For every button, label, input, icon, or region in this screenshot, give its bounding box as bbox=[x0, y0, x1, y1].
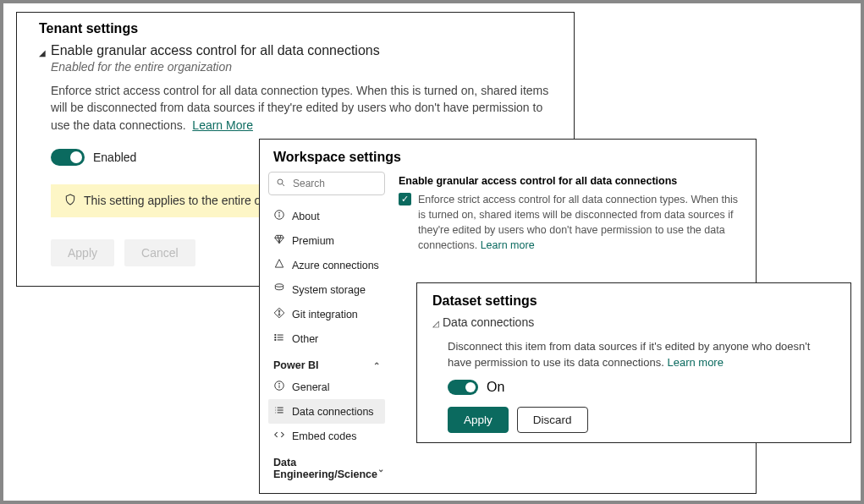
dataset-description: Disconnect this item from data sources i… bbox=[448, 339, 835, 371]
nav-embed-codes[interactable]: Embed codes bbox=[268, 424, 385, 448]
nav-system-storage[interactable]: System storage bbox=[268, 277, 385, 302]
expand-icon[interactable]: ◢ bbox=[39, 45, 46, 62]
nav-label: Embed codes bbox=[292, 430, 356, 442]
workspace-description: Enforce strict access control for all da… bbox=[418, 192, 744, 254]
search-input[interactable] bbox=[291, 177, 377, 190]
nav-label: Other bbox=[292, 333, 318, 345]
search-input-wrapper[interactable] bbox=[268, 172, 385, 195]
nav-about[interactable]: About bbox=[268, 204, 385, 228]
nav-label: Premium bbox=[292, 235, 334, 247]
nav-premium[interactable]: Premium bbox=[268, 228, 385, 253]
nav-group-label: Power BI bbox=[273, 359, 319, 371]
search-icon bbox=[276, 176, 286, 191]
nav-label: Data connections bbox=[292, 406, 374, 418]
dataset-on-toggle[interactable] bbox=[448, 380, 478, 395]
nav-general[interactable]: General bbox=[268, 375, 385, 399]
dataset-toggle-label: On bbox=[487, 380, 504, 395]
nav-label: Azure connections bbox=[292, 260, 379, 271]
svg-point-6 bbox=[278, 310, 280, 312]
workspace-setting-title: Enable granular access control for all d… bbox=[399, 175, 744, 187]
cancel-button[interactable]: Cancel bbox=[124, 239, 195, 266]
dataset-section-title: Data connections bbox=[443, 315, 534, 329]
svg-point-17 bbox=[279, 383, 280, 384]
nav-other[interactable]: Other bbox=[268, 326, 385, 351]
tenant-banner-text: This setting applies to the entire org bbox=[84, 194, 272, 207]
svg-point-5 bbox=[275, 284, 283, 288]
nav-group-data-eng[interactable]: Data Engineering/Science ⌄ bbox=[268, 448, 385, 484]
shield-icon bbox=[63, 193, 77, 209]
workspace-heading: Workspace settings bbox=[273, 150, 742, 165]
nav-label: Git integration bbox=[292, 309, 358, 320]
svg-line-1 bbox=[283, 184, 285, 187]
nav-git-integration[interactable]: Git integration bbox=[268, 302, 385, 326]
dataset-learn-more-link[interactable]: Learn more bbox=[667, 356, 723, 369]
nav-group-label: Data Engineering/Science bbox=[273, 457, 377, 480]
dataset-heading: Dataset settings bbox=[432, 293, 835, 309]
info-icon bbox=[273, 209, 285, 223]
info-icon bbox=[273, 380, 285, 394]
svg-point-7 bbox=[278, 314, 280, 315]
tenant-enabled-toggle[interactable] bbox=[51, 149, 85, 166]
azure-icon bbox=[273, 258, 285, 272]
expand-icon[interactable]: ◿ bbox=[432, 315, 439, 332]
workspace-sidebar: About Premium Azure connections System s… bbox=[260, 172, 393, 493]
code-icon bbox=[273, 429, 285, 443]
apply-button[interactable]: Apply bbox=[51, 239, 114, 266]
nav-azure-connections[interactable]: Azure connections bbox=[268, 253, 385, 277]
discard-button[interactable]: Discard bbox=[517, 407, 588, 433]
list-icon bbox=[273, 331, 285, 346]
workspace-enable-checkbox[interactable]: ✓ bbox=[399, 193, 411, 205]
nav-label: About bbox=[292, 211, 320, 222]
tenant-toggle-label: Enabled bbox=[93, 151, 136, 164]
apply-button[interactable]: Apply bbox=[448, 407, 509, 433]
svg-point-13 bbox=[275, 337, 276, 337]
svg-point-14 bbox=[275, 339, 276, 340]
nav-label: General bbox=[292, 381, 329, 393]
git-icon bbox=[273, 307, 285, 321]
chevron-up-icon: ⌃ bbox=[373, 361, 380, 370]
storage-icon bbox=[273, 282, 285, 297]
tenant-learn-more-link[interactable]: Learn More bbox=[192, 118, 253, 132]
tenant-heading: Tenant settings bbox=[39, 21, 552, 36]
diamond-icon bbox=[273, 233, 285, 248]
svg-point-0 bbox=[278, 179, 283, 184]
tenant-description: Enforce strict access control for all da… bbox=[51, 82, 552, 134]
nav-group-powerbi[interactable]: Power BI ⌃ bbox=[268, 351, 385, 375]
tenant-setting-title: Enable granular access control for all d… bbox=[51, 43, 552, 58]
nav-data-connections[interactable]: Data connections bbox=[268, 399, 385, 424]
svg-point-4 bbox=[279, 212, 280, 213]
workspace-learn-more-link[interactable]: Learn more bbox=[481, 239, 535, 251]
tenant-status-line: Enabled for the entire organization bbox=[51, 60, 552, 74]
dataset-settings-panel: Dataset settings ◿ Data connections Disc… bbox=[416, 282, 851, 443]
data-icon bbox=[273, 404, 285, 419]
chevron-down-icon: ⌄ bbox=[377, 464, 384, 474]
nav-label: System storage bbox=[292, 284, 366, 296]
svg-point-12 bbox=[275, 335, 276, 336]
